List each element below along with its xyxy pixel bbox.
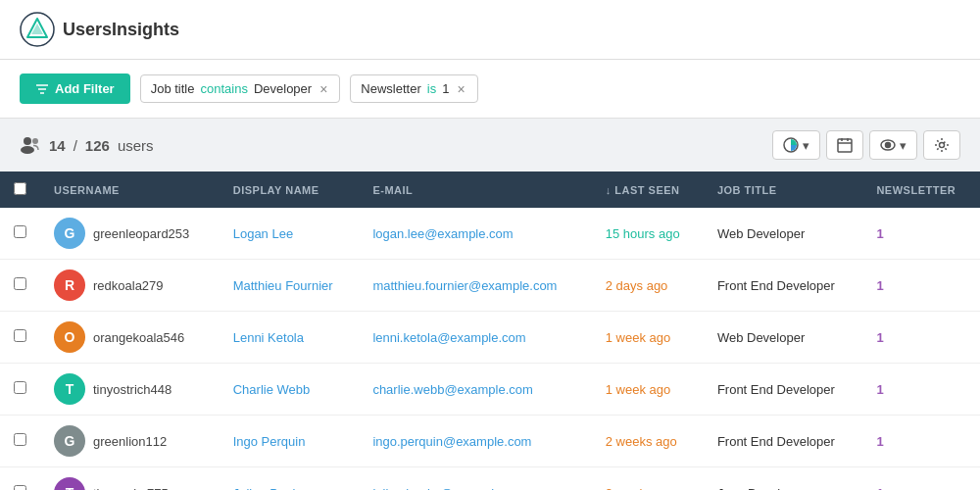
col-email: E-MAIL (359, 172, 591, 208)
col-job-title: JOB TITLE (704, 172, 863, 208)
row-checkbox-cell[interactable] (0, 208, 40, 260)
row-job-title-cell: Web Developer (704, 208, 863, 260)
checkbox-col-header (0, 172, 40, 208)
svg-point-8 (32, 138, 38, 144)
job-title-value: Front End Developer (717, 382, 835, 397)
row-checkbox-cell[interactable] (0, 312, 40, 364)
filter-bar: Add Filter Job title contains Developer … (0, 60, 980, 119)
filter-newsletter-remove-button[interactable]: × (455, 82, 466, 96)
row-email-cell: ingo.perquin@example.com (359, 416, 591, 467)
email-link[interactable]: charlie.webb@example.com (372, 382, 533, 397)
settings-button[interactable] (923, 130, 960, 160)
users-icon (20, 136, 41, 154)
row-display-name-cell: Matthieu Fournier (220, 260, 360, 312)
display-name-link[interactable]: Julian Banks (233, 486, 306, 491)
table-row: G greenleopard253 Logan Lee logan.lee@ex… (0, 208, 980, 260)
avatar: O (54, 321, 85, 353)
avatar: R (54, 270, 85, 301)
row-display-name-cell: Charlie Webb (220, 364, 360, 416)
newsletter-value: 1 (876, 330, 883, 345)
filter-job-remove-button[interactable]: × (318, 82, 329, 96)
row-last-seen-cell: 15 hours ago (592, 208, 704, 260)
display-name-link[interactable]: Ingo Perquin (233, 434, 306, 449)
row-email-cell: charlie.webb@example.com (359, 364, 591, 416)
filter-newsletter-keyword: is (427, 81, 436, 96)
row-checkbox[interactable] (14, 329, 26, 342)
user-count: 14 / 126 users (20, 136, 154, 154)
users-table-container: USERNAME DISPLAY NAME E-MAIL ↓ LAST SEEN… (0, 172, 980, 490)
row-email-cell: julian.banks@example.com (359, 467, 591, 491)
row-last-seen-cell: 3 weeks ago (592, 467, 704, 491)
filter-job-prefix: Job title (151, 81, 195, 96)
email-link[interactable]: matthieu.fournier@example.com (372, 278, 557, 293)
newsletter-value: 1 (876, 434, 883, 449)
row-checkbox-cell[interactable] (0, 260, 40, 312)
columns-button[interactable]: ▾ (869, 130, 917, 160)
row-email-cell: lenni.ketola@example.com (359, 312, 591, 364)
logo-text: UsersInsights (63, 20, 179, 40)
display-name-link[interactable]: Charlie Webb (233, 382, 311, 397)
row-checkbox[interactable] (14, 433, 26, 446)
row-newsletter-cell: 1 (862, 364, 980, 416)
display-name-link[interactable]: Logan Lee (233, 226, 293, 241)
job-title-value: Front End Developer (717, 434, 835, 449)
row-display-name-cell: Ingo Perquin (220, 416, 360, 467)
row-job-title-cell: Front End Developer (704, 416, 863, 467)
row-job-title-cell: Front End Developer (704, 260, 863, 312)
sort-arrow-last-seen: ↓ (606, 184, 615, 196)
row-display-name-cell: Logan Lee (220, 208, 360, 260)
avatar: T (54, 477, 85, 490)
row-job-title-cell: Front End Developer (704, 364, 863, 416)
select-all-checkbox[interactable] (14, 182, 26, 195)
email-link[interactable]: ingo.perquin@example.com (372, 434, 531, 449)
svg-point-16 (940, 143, 945, 148)
table-row: G greenlion112 Ingo Perquin ingo.perquin… (0, 416, 980, 467)
email-link[interactable]: logan.lee@example.com (372, 226, 513, 241)
row-checkbox-cell[interactable] (0, 416, 40, 467)
email-link[interactable]: lenni.ketola@example.com (372, 330, 525, 345)
row-checkbox-cell[interactable] (0, 364, 40, 416)
row-checkbox[interactable] (14, 381, 26, 394)
job-title-value: Web Developer (717, 330, 805, 345)
row-checkbox-cell[interactable] (0, 467, 40, 491)
row-newsletter-cell: 1 (862, 312, 980, 364)
row-email-cell: logan.lee@example.com (359, 208, 591, 260)
table-header-row: USERNAME DISPLAY NAME E-MAIL ↓ LAST SEEN… (0, 172, 980, 208)
row-newsletter-cell: 1 (862, 467, 980, 491)
last-seen-value: 3 weeks ago (606, 486, 677, 491)
col-last-seen[interactable]: ↓ LAST SEEN (592, 172, 704, 208)
row-newsletter-cell: 1 (862, 208, 980, 260)
svg-point-6 (24, 137, 31, 145)
last-seen-value: 2 weeks ago (606, 434, 677, 449)
col-newsletter: NEWSLETTER (862, 172, 980, 208)
logo-area: UsersInsights (20, 12, 179, 47)
row-display-name-cell: Julian Banks (220, 467, 360, 491)
toolbar-right: ▾ ▾ (772, 130, 960, 160)
count-current: 14 (49, 137, 66, 154)
row-checkbox[interactable] (14, 485, 26, 490)
filter-job-suffix: Developer (254, 81, 312, 96)
last-seen-value: 1 week ago (606, 382, 671, 397)
filter-chip-newsletter: Newsletter is 1 × (350, 74, 477, 103)
row-last-seen-cell: 2 days ago (592, 260, 704, 312)
username-text: tinysnake775 (93, 486, 169, 491)
username-text: orangekoala546 (93, 330, 184, 345)
job-title-value: Web Developer (717, 226, 805, 241)
email-link[interactable]: julian.banks@example.com (372, 486, 528, 491)
chart-chevron: ▾ (803, 138, 809, 153)
last-seen-value: 2 days ago (606, 278, 668, 293)
add-filter-button[interactable]: Add Filter (20, 74, 130, 104)
row-checkbox[interactable] (14, 277, 26, 290)
chart-button[interactable]: ▾ (772, 130, 820, 160)
display-name-link[interactable]: Lenni Ketola (233, 330, 304, 345)
filter-chip-job-title: Job title contains Developer × (140, 74, 341, 103)
display-name-link[interactable]: Matthieu Fournier (233, 278, 333, 293)
row-last-seen-cell: 1 week ago (592, 364, 704, 416)
username-text: redkoala279 (93, 278, 164, 293)
row-job-title-cell: Java Developer (704, 467, 863, 491)
row-checkbox[interactable] (14, 225, 26, 238)
username-text: greenlion112 (93, 434, 167, 449)
calendar-button[interactable] (826, 130, 863, 160)
filter-newsletter-prefix: Newsletter (361, 81, 420, 96)
svg-rect-10 (838, 139, 852, 152)
